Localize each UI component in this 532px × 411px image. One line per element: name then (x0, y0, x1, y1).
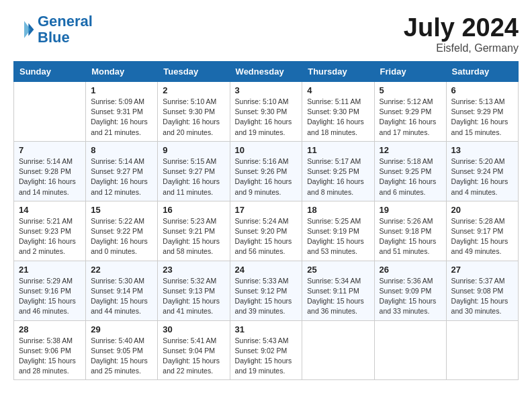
day-number: 31 (235, 324, 298, 334)
calendar-cell: 25Sunrise: 5:34 AM Sunset: 9:11 PM Dayli… (302, 261, 374, 320)
calendar-cell: 13Sunrise: 5:20 AM Sunset: 9:24 PM Dayli… (446, 141, 518, 201)
svg-marker-1 (24, 21, 31, 38)
day-info: Sunrise: 5:15 AM Sunset: 9:27 PM Dayligh… (163, 156, 224, 197)
day-number: 28 (19, 324, 81, 334)
calendar-cell: 17Sunrise: 5:24 AM Sunset: 9:20 PM Dayli… (230, 201, 302, 261)
calendar-cell: 9Sunrise: 5:15 AM Sunset: 9:27 PM Daylig… (158, 141, 230, 201)
day-info: Sunrise: 5:30 AM Sunset: 9:14 PM Dayligh… (91, 276, 152, 317)
day-info: Sunrise: 5:09 AM Sunset: 9:31 PM Dayligh… (91, 97, 152, 138)
calendar-cell: 6Sunrise: 5:13 AM Sunset: 9:29 PM Daylig… (446, 82, 518, 142)
day-number: 12 (380, 145, 441, 155)
day-number: 5 (380, 85, 441, 95)
calendar-cell: 3Sunrise: 5:10 AM Sunset: 9:30 PM Daylig… (230, 82, 302, 142)
day-info: Sunrise: 5:12 AM Sunset: 9:29 PM Dayligh… (380, 97, 441, 138)
calendar-cell: 4Sunrise: 5:11 AM Sunset: 9:30 PM Daylig… (302, 82, 374, 142)
day-number: 30 (163, 324, 224, 334)
day-number: 11 (307, 145, 369, 155)
calendar-cell: 7Sunrise: 5:14 AM Sunset: 9:28 PM Daylig… (14, 141, 86, 201)
day-info: Sunrise: 5:14 AM Sunset: 9:28 PM Dayligh… (19, 156, 81, 197)
day-info: Sunrise: 5:22 AM Sunset: 9:22 PM Dayligh… (91, 216, 152, 257)
day-info: Sunrise: 5:20 AM Sunset: 9:24 PM Dayligh… (451, 156, 513, 197)
logo-icon (13, 19, 35, 40)
day-info: Sunrise: 5:29 AM Sunset: 9:16 PM Dayligh… (19, 276, 81, 317)
weekday-header-friday: Friday (374, 62, 446, 82)
day-number: 21 (19, 265, 81, 275)
calendar-cell (374, 320, 446, 380)
calendar-cell: 2Sunrise: 5:10 AM Sunset: 9:30 PM Daylig… (158, 82, 230, 142)
day-info: Sunrise: 5:21 AM Sunset: 9:23 PM Dayligh… (19, 216, 81, 257)
day-number: 2 (163, 85, 224, 95)
calendar-cell: 19Sunrise: 5:26 AM Sunset: 9:18 PM Dayli… (374, 201, 446, 261)
calendar-cell: 1Sunrise: 5:09 AM Sunset: 9:31 PM Daylig… (86, 82, 158, 142)
day-info: Sunrise: 5:36 AM Sunset: 9:09 PM Dayligh… (380, 276, 441, 317)
weekday-header-monday: Monday (86, 62, 158, 82)
day-info: Sunrise: 5:11 AM Sunset: 9:30 PM Dayligh… (307, 97, 369, 138)
day-number: 27 (451, 265, 513, 275)
calendar-cell (302, 320, 374, 380)
calendar-cell: 26Sunrise: 5:36 AM Sunset: 9:09 PM Dayli… (374, 261, 446, 320)
day-info: Sunrise: 5:25 AM Sunset: 9:19 PM Dayligh… (307, 216, 369, 257)
day-info: Sunrise: 5:24 AM Sunset: 9:20 PM Dayligh… (235, 216, 298, 257)
day-info: Sunrise: 5:18 AM Sunset: 9:25 PM Dayligh… (380, 156, 441, 197)
calendar-table: SundayMondayTuesdayWednesdayThursdayFrid… (13, 61, 519, 380)
logo-text: General Blue (38, 13, 93, 46)
day-info: Sunrise: 5:10 AM Sunset: 9:30 PM Dayligh… (163, 97, 224, 138)
day-number: 3 (235, 85, 298, 95)
day-number: 8 (91, 145, 152, 155)
day-info: Sunrise: 5:28 AM Sunset: 9:17 PM Dayligh… (451, 216, 513, 257)
day-info: Sunrise: 5:32 AM Sunset: 9:13 PM Dayligh… (163, 276, 224, 317)
calendar-week-row: 21Sunrise: 5:29 AM Sunset: 9:16 PM Dayli… (14, 261, 519, 320)
month-title: July 2024 (404, 13, 519, 42)
day-number: 22 (91, 265, 152, 275)
calendar-cell: 31Sunrise: 5:43 AM Sunset: 9:02 PM Dayli… (230, 320, 302, 380)
calendar-cell: 15Sunrise: 5:22 AM Sunset: 9:22 PM Dayli… (86, 201, 158, 261)
calendar-cell: 28Sunrise: 5:38 AM Sunset: 9:06 PM Dayli… (14, 320, 86, 380)
day-info: Sunrise: 5:37 AM Sunset: 9:08 PM Dayligh… (451, 276, 513, 317)
day-number: 16 (163, 205, 224, 215)
day-info: Sunrise: 5:40 AM Sunset: 9:05 PM Dayligh… (91, 336, 152, 377)
day-number: 18 (307, 205, 369, 215)
weekday-header-sunday: Sunday (14, 62, 86, 82)
day-number: 15 (91, 205, 152, 215)
weekday-header-saturday: Saturday (446, 62, 518, 82)
logo-line2: Blue (38, 29, 70, 46)
calendar-cell: 14Sunrise: 5:21 AM Sunset: 9:23 PM Dayli… (14, 201, 86, 261)
calendar-cell (14, 82, 86, 142)
weekday-header-tuesday: Tuesday (158, 62, 230, 82)
day-number: 7 (19, 145, 81, 155)
day-info: Sunrise: 5:33 AM Sunset: 9:12 PM Dayligh… (235, 276, 298, 317)
weekday-header-thursday: Thursday (302, 62, 374, 82)
day-number: 9 (163, 145, 224, 155)
calendar-week-row: 28Sunrise: 5:38 AM Sunset: 9:06 PM Dayli… (14, 320, 519, 380)
calendar-cell: 30Sunrise: 5:41 AM Sunset: 9:04 PM Dayli… (158, 320, 230, 380)
calendar-cell (446, 320, 518, 380)
calendar-cell: 21Sunrise: 5:29 AM Sunset: 9:16 PM Dayli… (14, 261, 86, 320)
day-number: 29 (91, 324, 152, 334)
calendar-cell: 16Sunrise: 5:23 AM Sunset: 9:21 PM Dayli… (158, 201, 230, 261)
calendar-cell: 12Sunrise: 5:18 AM Sunset: 9:25 PM Dayli… (374, 141, 446, 201)
calendar-cell: 11Sunrise: 5:17 AM Sunset: 9:25 PM Dayli… (302, 141, 374, 201)
day-info: Sunrise: 5:43 AM Sunset: 9:02 PM Dayligh… (235, 336, 298, 377)
calendar-cell: 24Sunrise: 5:33 AM Sunset: 9:12 PM Dayli… (230, 261, 302, 320)
logo-line1: General (38, 13, 93, 30)
day-info: Sunrise: 5:16 AM Sunset: 9:26 PM Dayligh… (235, 156, 298, 197)
calendar-cell: 27Sunrise: 5:37 AM Sunset: 9:08 PM Dayli… (446, 261, 518, 320)
weekday-header-wednesday: Wednesday (230, 62, 302, 82)
logo: General Blue (13, 13, 93, 46)
day-info: Sunrise: 5:10 AM Sunset: 9:30 PM Dayligh… (235, 97, 298, 138)
day-number: 1 (91, 85, 152, 95)
location: Eisfeld, Germany (404, 42, 519, 54)
calendar-cell: 22Sunrise: 5:30 AM Sunset: 9:14 PM Dayli… (86, 261, 158, 320)
day-info: Sunrise: 5:26 AM Sunset: 9:18 PM Dayligh… (380, 216, 441, 257)
calendar-week-row: 14Sunrise: 5:21 AM Sunset: 9:23 PM Dayli… (14, 201, 519, 261)
day-number: 24 (235, 265, 298, 275)
day-number: 6 (451, 85, 513, 95)
calendar-cell: 5Sunrise: 5:12 AM Sunset: 9:29 PM Daylig… (374, 82, 446, 142)
calendar-cell: 8Sunrise: 5:14 AM Sunset: 9:27 PM Daylig… (86, 141, 158, 201)
calendar-cell: 20Sunrise: 5:28 AM Sunset: 9:17 PM Dayli… (446, 201, 518, 261)
day-number: 13 (451, 145, 513, 155)
day-info: Sunrise: 5:34 AM Sunset: 9:11 PM Dayligh… (307, 276, 369, 317)
calendar-cell: 10Sunrise: 5:16 AM Sunset: 9:26 PM Dayli… (230, 141, 302, 201)
calendar-cell: 23Sunrise: 5:32 AM Sunset: 9:13 PM Dayli… (158, 261, 230, 320)
day-number: 20 (451, 205, 513, 215)
